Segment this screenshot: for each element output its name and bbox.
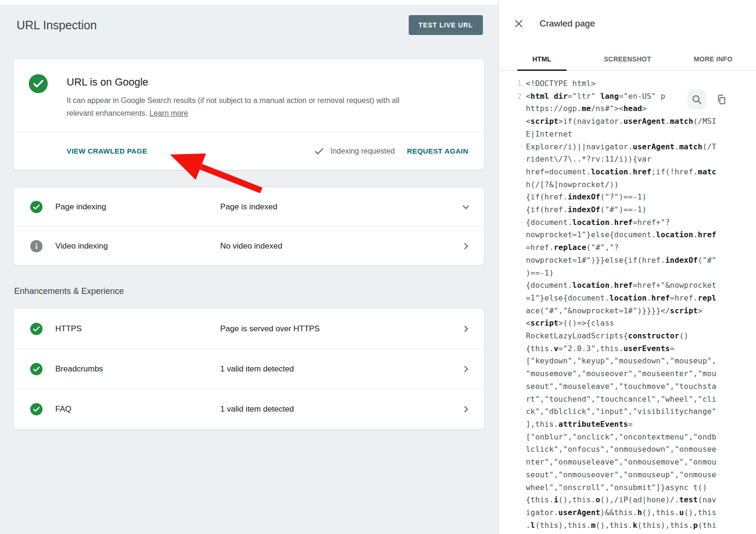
learn-more-link[interactable]: Learn more [149, 109, 188, 117]
line-number [499, 507, 526, 519]
line-number [499, 405, 526, 418]
code-line: RocketLazyLoadScripts{constructor() [499, 330, 756, 343]
code-text: <script>if(navigator.userAgent.match(/MS… [526, 115, 716, 128]
line-number [499, 469, 526, 482]
row-breadcrumbs[interactable]: Breadcrumbs 1 valid item detected [14, 349, 484, 389]
code-text: https://ogp.me/ns#"><head> [526, 103, 647, 115]
line-number [499, 267, 526, 280]
copy-code-button[interactable] [712, 90, 731, 109]
chevron-right-icon [460, 323, 472, 335]
code-line: nowprocket=1"}else{document.location.hre… [499, 229, 756, 241]
row-page-indexing[interactable]: Page indexing Page is indexed [14, 188, 484, 226]
code-line: 1<!DOCTYPE html> [499, 78, 756, 90]
info-icon [30, 240, 43, 252]
code-text: RocketLazyLoadScripts{constructor() [526, 330, 688, 343]
code-text: lclick","onfocus","onmousedown","onmouse… [526, 443, 716, 456]
line-number [499, 103, 526, 115]
code-line: =href.replace("#","? [499, 241, 756, 254]
indexing-status-card: Page indexing Page is indexed Video inde… [13, 187, 484, 266]
line-number [499, 380, 526, 393]
panel-header: Crawled page [499, 0, 756, 47]
code-text: ace("#","&nowprocket=1#")}}}}</script> [526, 305, 703, 318]
code-text: =href.replace("#","? [526, 241, 619, 254]
line-number [499, 482, 526, 494]
line-number [499, 128, 526, 141]
line-number [499, 279, 526, 292]
chevron-right-icon [460, 363, 472, 375]
code-line: "mousemove","mouseover","mouseenter","mo… [499, 368, 756, 380]
row-label: Page indexing [55, 202, 220, 212]
app: URL Inspection TEST LIVE URL URL is on G… [0, 0, 756, 534]
code-lines: 1<!DOCTYPE html>2<html dir="ltr" lang="e… [499, 78, 756, 532]
code-line: <script>if(navigator.userAgent.match(/MS… [499, 115, 756, 128]
tab-screenshot[interactable]: SCREENSHOT [584, 47, 670, 70]
verdict-description: It can appear in Google Search results (… [67, 94, 419, 120]
line-number [499, 179, 526, 191]
test-live-url-button[interactable]: TEST LIVE URL [409, 15, 483, 35]
line-number [499, 393, 526, 406]
line-number [499, 305, 526, 318]
copy-icon [716, 94, 727, 105]
row-faq[interactable]: FAQ 1 valid item detected [14, 389, 484, 429]
row-video-indexing[interactable]: Video indexing No video indexed [14, 226, 484, 265]
code-line: E|Internet [499, 128, 756, 141]
request-again-link[interactable]: REQUEST AGAIN [407, 147, 468, 155]
line-number [499, 166, 526, 179]
indexing-requested-label: Indexing requested [330, 147, 395, 155]
view-crawled-page-link[interactable]: VIEW CRAWLED PAGE [67, 147, 147, 155]
code-text: seout","mouseleave","touchmove","touchst… [526, 380, 716, 393]
code-line: )==-1) [499, 267, 756, 280]
line-number [499, 115, 526, 128]
code-text: nowprocket=1"}else{document.location.hre… [526, 229, 716, 241]
page-title: URL Inspection [17, 18, 97, 32]
code-text: Explorer/i)||navigator.userAgent.match(/… [526, 141, 716, 154]
verdict-top: URL is on Google It can appear in Google… [14, 59, 484, 132]
code-text: <script>(()=>{class [526, 317, 614, 330]
code-text: {document.location.href=href+"&nowprocke… [526, 279, 716, 292]
code-text: {if(href.indexOf("?")==-1) [526, 191, 647, 204]
code-text: nowprocket=1#")}}else{if(href.indexOf("#… [526, 254, 716, 267]
code-line: .l(this),this.m(),this.k(this),this.p(th… [499, 519, 756, 532]
code-line: nowprocket=1#")}}else{if(href.indexOf("#… [499, 254, 756, 267]
close-icon[interactable] [510, 15, 527, 32]
success-check-icon [30, 363, 43, 375]
enhancements-card: HTTPS Page is served over HTTPS Breadcru… [13, 308, 484, 430]
line-number [499, 141, 526, 154]
left-header: URL Inspection TEST LIVE URL [0, 5, 498, 35]
code-line: ["keydown","keyup","mousedown","mouseup"… [499, 355, 756, 368]
code-line: wheel","onscroll","onsubmit"]}async t() [499, 482, 756, 494]
code-line: {this.i(),this.o(),/iP(ad|hone)/.test(na… [499, 494, 756, 507]
success-check-icon [30, 201, 43, 213]
code-text: seout","onmouseover","onmouseup","onmous… [526, 469, 716, 482]
indexing-requested-check-icon [313, 146, 325, 157]
search-code-button[interactable] [687, 90, 706, 109]
tab-html[interactable]: HTML [499, 47, 584, 70]
code-line: seout","onmouseover","onmouseup","onmous… [499, 469, 756, 482]
code-text: href=document.location.href;if(!href.mat… [526, 166, 716, 179]
line-number: 1 [499, 78, 526, 90]
chevron-right-icon [460, 403, 472, 415]
row-https[interactable]: HTTPS Page is served over HTTPS [14, 309, 484, 349]
verdict-card: URL is on Google It can appear in Google… [13, 59, 484, 170]
code-line: ck","dblclick","input","visibilitychange… [499, 405, 756, 418]
code-line: {this.v="2.0.3",this.userEvents= [499, 343, 756, 355]
code-text: {if(href.indexOf("#")==-1) [526, 204, 647, 216]
code-line: ],this.attributeEvents= [499, 418, 756, 431]
code-line: {if(href.indexOf("#")==-1) [499, 204, 756, 216]
search-icon [691, 94, 703, 105]
line-number [499, 330, 526, 343]
line-number [499, 355, 526, 368]
tab-more-info[interactable]: MORE INFO [670, 47, 756, 70]
success-check-icon [30, 403, 43, 415]
line-number [499, 368, 526, 380]
code-text: nter","onmouseleave","onmousemove","onmo… [526, 456, 716, 469]
line-number [499, 317, 526, 330]
success-check-icon [29, 74, 48, 93]
code-text: <html dir="ltr" lang="en-US" p [526, 90, 665, 103]
code-text: igator.userAgent)&&this.h(),this.u(),thi… [526, 507, 716, 519]
code-text: ],this.attributeEvents= [526, 418, 633, 431]
row-value: Page is served over HTTPS [220, 324, 460, 334]
verdict-description-text: It can appear in Google Search results (… [67, 96, 399, 117]
code-line: rt","touchend","touchcancel","wheel","cl… [499, 393, 756, 406]
chevron-right-icon [460, 240, 472, 252]
